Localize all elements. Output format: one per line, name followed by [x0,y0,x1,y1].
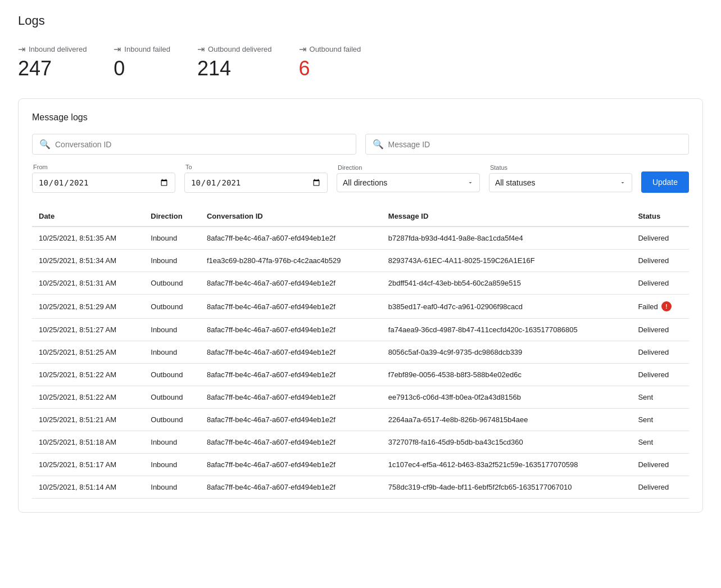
table-row[interactable]: 10/25/2021, 8:51:21 AMOutbound8afac7ff-b… [32,409,689,431]
to-date-input[interactable] [184,173,328,193]
stat-outbound-failed: ⇥ Outbound failed 6 [299,44,361,80]
cell-8-direction: Outbound [144,409,200,431]
cell-11-status: Delivered [631,476,689,499]
conversation-id-input[interactable] [55,140,349,149]
cell-7-direction: Outbound [144,386,200,409]
cell-1-conversation-id: f1ea3c69-b280-47fa-976b-c4c2aac4b529 [200,250,382,272]
cell-11-date: 10/25/2021, 8:51:14 AM [32,476,144,499]
status-select[interactable]: All statusesDeliveredFailedSent [489,173,632,192]
stat-label-outbound-failed: ⇥ Outbound failed [299,44,361,55]
cell-9-direction: Inbound [144,431,200,454]
cell-9-date: 10/25/2021, 8:51:18 AM [32,431,144,454]
cell-2-status: Delivered [631,272,689,295]
th-direction: Direction [144,206,200,227]
status-text: Failed [638,302,657,311]
cell-11-direction: Inbound [144,476,200,499]
cell-8-message-id: 2264aa7a-6517-4e8b-826b-9674815b4aee [382,409,632,431]
table-row[interactable]: 10/25/2021, 8:51:17 AMInbound8afac7ff-be… [32,454,689,476]
cell-5-date: 10/25/2021, 8:51:25 AM [32,341,144,364]
cell-6-message-id: f7ebf89e-0056-4538-b8f3-588b4e02ed6c [382,364,632,386]
cell-10-status: Delivered [631,454,689,476]
cell-4-direction: Inbound [144,319,200,341]
message-id-input[interactable] [388,140,682,149]
stat-label-text-outbound-failed: Outbound failed [310,45,361,53]
direction-label: Direction [337,164,480,171]
cell-10-message-id: 1c107ec4-ef5a-4612-b463-83a2f521c59e-163… [382,454,632,476]
page-container: Logs ⇥ Inbound delivered 247 ⇥ Inbound f… [0,0,721,526]
cell-0-conversation-id: 8afac7ff-be4c-46a7-a607-efd494eb1e2f [200,227,382,250]
th-conversation-id: Conversation ID [200,206,382,227]
table-row[interactable]: 10/25/2021, 8:51:29 AMOutbound8afac7ff-b… [32,295,689,319]
stat-icon-inbound-failed: ⇥ [114,44,121,55]
cell-3-status: Failed! [631,295,689,319]
cell-11-message-id: 758dc319-cf9b-4ade-bf11-6ebf5f2fcb65-163… [382,476,632,499]
cell-3-message-id: b385ed17-eaf0-4d7c-a961-02906f98cacd [382,295,632,319]
stat-value-inbound-delivered: 247 [18,57,87,80]
table-row[interactable]: 10/25/2021, 8:51:35 AMInbound8afac7ff-be… [32,227,689,250]
status-label: Status [489,164,632,171]
direction-select[interactable]: All directionsInboundOutbound [337,173,480,192]
cell-4-conversation-id: 8afac7ff-be4c-46a7-a607-efd494eb1e2f [200,319,382,341]
direction-select-group: Direction All directionsInboundOutbound [337,164,480,192]
stat-label-text-outbound-delivered: Outbound delivered [208,45,271,53]
status-select-group: Status All statusesDeliveredFailedSent [489,164,632,192]
cell-6-conversation-id: 8afac7ff-be4c-46a7-a607-efd494eb1e2f [200,364,382,386]
cell-6-status: Delivered [631,364,689,386]
cell-7-date: 10/25/2021, 8:51:22 AM [32,386,144,409]
table-row[interactable]: 10/25/2021, 8:51:18 AMInbound8afac7ff-be… [32,431,689,454]
message-id-search-box: 🔍 [365,134,690,155]
stat-label-text-inbound-delivered: Inbound delivered [29,45,87,53]
error-icon: ! [661,301,672,311]
to-date-label: To [184,164,328,170]
table-row[interactable]: 10/25/2021, 8:51:25 AMInbound8afac7ff-be… [32,341,689,364]
cell-5-direction: Inbound [144,341,200,364]
stat-value-inbound-failed: 0 [114,57,170,80]
th-date: Date [32,206,144,227]
cell-10-date: 10/25/2021, 8:51:17 AM [32,454,144,476]
table-row[interactable]: 10/25/2021, 8:51:14 AMInbound8afac7ff-be… [32,476,689,499]
table-row[interactable]: 10/25/2021, 8:51:34 AMInboundf1ea3c69-b2… [32,250,689,272]
cell-6-date: 10/25/2021, 8:51:22 AM [32,364,144,386]
table-row[interactable]: 10/25/2021, 8:51:31 AMOutbound8afac7ff-b… [32,272,689,295]
stat-outbound-delivered: ⇥ Outbound delivered 214 [197,44,271,80]
from-date-input[interactable] [32,173,175,193]
to-date-group: To [184,164,328,193]
stat-icon-outbound-delivered: ⇥ [197,44,205,55]
cell-8-conversation-id: 8afac7ff-be4c-46a7-a607-efd494eb1e2f [200,409,382,431]
stats-row: ⇥ Inbound delivered 247 ⇥ Inbound failed… [18,44,703,80]
cell-0-date: 10/25/2021, 8:51:35 AM [32,227,144,250]
update-button[interactable]: Update [641,171,689,193]
table-header: DateDirectionConversation IDMessage IDSt… [32,206,689,227]
page-title: Logs [18,13,703,28]
from-date-label: From [32,164,175,170]
stat-value-outbound-failed: 6 [299,57,361,80]
stat-label-inbound-failed: ⇥ Inbound failed [114,44,170,55]
th-message-id: Message ID [382,206,632,227]
table-row[interactable]: 10/25/2021, 8:51:22 AMOutbound8afac7ff-b… [32,364,689,386]
cell-3-date: 10/25/2021, 8:51:29 AM [32,295,144,319]
message-logs-table: DateDirectionConversation IDMessage IDSt… [32,206,689,499]
cell-3-direction: Outbound [144,295,200,319]
stat-inbound-delivered: ⇥ Inbound delivered 247 [18,44,87,80]
cell-4-status: Delivered [631,319,689,341]
filters-row1: 🔍 🔍 [32,134,689,155]
cell-0-direction: Inbound [144,227,200,250]
cell-3-conversation-id: 8afac7ff-be4c-46a7-a607-efd494eb1e2f [200,295,382,319]
cell-5-message-id: 8056c5af-0a39-4c9f-9735-dc9868dcb339 [382,341,632,364]
filters-row2: From To Direction All directionsInboundO… [32,164,689,193]
cell-9-message-id: 372707f8-fa16-45d9-b5db-ba43c15cd360 [382,431,632,454]
cell-9-status: Sent [631,431,689,454]
cell-4-message-id: fa74aea9-36cd-4987-8b47-411cecfd420c-163… [382,319,632,341]
cell-10-direction: Inbound [144,454,200,476]
table-body: 10/25/2021, 8:51:35 AMInbound8afac7ff-be… [32,227,689,499]
cell-2-conversation-id: 8afac7ff-be4c-46a7-a607-efd494eb1e2f [200,272,382,295]
table-row[interactable]: 10/25/2021, 8:51:27 AMInbound8afac7ff-be… [32,319,689,341]
cell-2-message-id: 2bdff541-d4cf-43eb-bb54-60c2a859e515 [382,272,632,295]
cell-0-message-id: b7287fda-b93d-4d41-9a8e-8ac1cda5f4e4 [382,227,632,250]
table-row[interactable]: 10/25/2021, 8:51:22 AMOutbound8afac7ff-b… [32,386,689,409]
message-logs-card: Message logs 🔍 🔍 From To Direction [18,98,703,513]
status-cell-failed: Failed! [638,301,682,311]
cell-7-conversation-id: 8afac7ff-be4c-46a7-a607-efd494eb1e2f [200,386,382,409]
stat-label-outbound-delivered: ⇥ Outbound delivered [197,44,271,55]
cell-1-status: Delivered [631,250,689,272]
